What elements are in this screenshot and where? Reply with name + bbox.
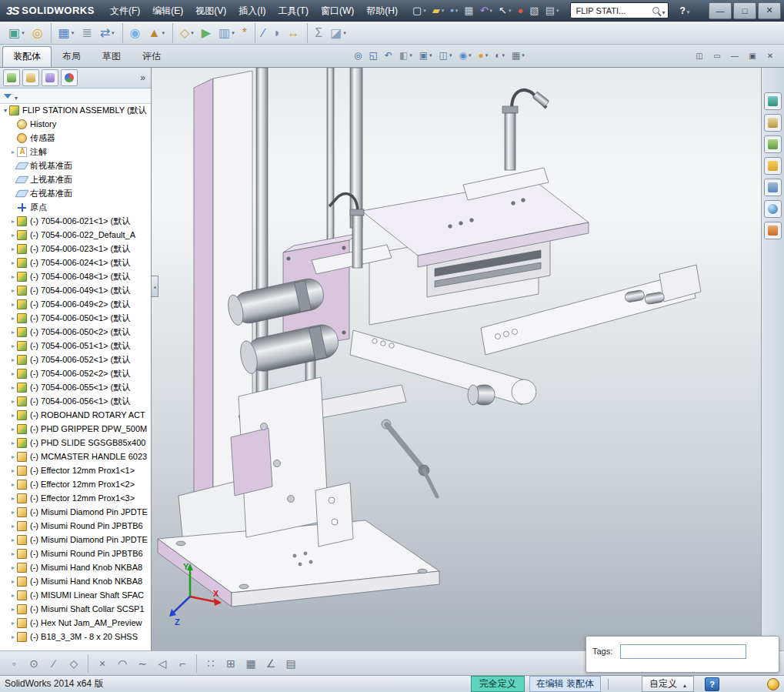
expander-icon[interactable]: ▸	[9, 578, 17, 585]
new-motion-study-button[interactable]: ▶	[198, 23, 215, 43]
assembly-features-button[interactable]: ▲	[145, 23, 168, 43]
tree-item[interactable]: ▸(-) Effector 12mm Prox1<2>	[0, 477, 151, 491]
tree-item[interactable]: ▸(-) 7054-006-050<1> (默认	[0, 311, 151, 325]
search-box[interactable]	[570, 2, 669, 18]
expander-icon[interactable]	[2, 107, 9, 114]
design-library-tab[interactable]	[764, 135, 782, 153]
tab-assembly[interactable]: 装配体	[2, 46, 52, 67]
tree-item[interactable]: ▸(-) 7054-006-052<1> (默认	[0, 353, 151, 366]
expander-icon[interactable]: ▸	[9, 481, 17, 488]
quick-tips-icon[interactable]	[767, 678, 779, 690]
tree-item[interactable]: ▸(-) 7054-006-024<1> (默认	[0, 256, 151, 269]
explode-line-sketch-button[interactable]: ∕	[255, 23, 269, 43]
mass-properties-button[interactable]: Σ	[307, 23, 326, 43]
tree-item[interactable]: ▸(-) Hex Nut Jam_AM_Preview	[0, 616, 151, 630]
tree-item[interactable]: ▸(-) 7054-006-049<2> (默认	[0, 297, 151, 311]
previous-view-button[interactable]: ↶	[382, 48, 395, 63]
tree-item[interactable]: ▸(-) 7054-006-055<1> (默认	[0, 380, 151, 394]
file-properties-button[interactable]: ▧	[527, 2, 541, 19]
tree-item[interactable]: ▸(-) 7054-006-052<2> (默认	[0, 366, 151, 380]
measure-button[interactable]: ↔	[283, 23, 303, 43]
pane-view-button[interactable]: ▭	[711, 50, 723, 61]
select-button[interactable]: ↖	[496, 2, 513, 19]
sketch-tool-point[interactable]: ◦	[5, 654, 23, 673]
tree-item[interactable]: 原点	[0, 200, 151, 214]
menu-item[interactable]: 视图(V)	[189, 0, 232, 22]
expander-icon[interactable]: ▸	[9, 259, 17, 266]
expander-icon[interactable]: ▸	[9, 343, 17, 349]
tree-item[interactable]: ▸(-) 7054-006-049<1> (默认	[0, 283, 151, 297]
sketch-tool-mirror[interactable]: ◁	[153, 654, 172, 673]
menu-item[interactable]: 文件(F)	[104, 0, 146, 22]
sketch-tool-offset[interactable]: ⌐	[173, 654, 192, 673]
tab-evaluate[interactable]: 评估	[132, 46, 172, 67]
expander-icon[interactable]: ▸	[9, 453, 17, 460]
view-settings-button[interactable]: ▦	[509, 48, 528, 63]
tree-item[interactable]: ▸(-) ROBOHAND ROTARY ACT	[0, 408, 151, 422]
options-button[interactable]: ▤	[543, 2, 562, 19]
tree-item[interactable]: ▸(-) Misumi Hand Knob NKBA8	[0, 560, 151, 574]
move-component-button[interactable]: ⇄	[96, 23, 118, 43]
expander-icon[interactable]: ▸	[9, 273, 17, 280]
rebuild-button[interactable]: ●	[515, 2, 526, 19]
expander-icon[interactable]: ▸	[9, 315, 17, 322]
view-palette-tab[interactable]	[764, 179, 782, 196]
minimize-document-button[interactable]: —	[729, 50, 741, 61]
menu-item[interactable]: 编辑(E)	[146, 0, 189, 22]
filter-dropdown-arrow[interactable]	[15, 89, 18, 103]
lower-bracket-component[interactable]	[231, 377, 406, 547]
expander-icon[interactable]: ▸	[9, 467, 17, 474]
tags-input[interactable]	[620, 644, 746, 659]
tree-item[interactable]: 传感器	[0, 131, 151, 145]
interference-detection-button[interactable]: ◑	[269, 23, 284, 43]
section-view-button[interactable]: ◧	[396, 48, 415, 63]
tree-item[interactable]: ▸(-) 7054-006-022_Default_A	[0, 228, 151, 242]
insert-components-button[interactable]: ▣	[5, 23, 28, 43]
configurationmanager-tab[interactable]	[42, 69, 58, 86]
expander-icon[interactable]: ▸	[9, 495, 17, 502]
tree-item[interactable]: ▸(-) Effector 12mm Prox1<3>	[0, 491, 151, 505]
expander-icon[interactable]: ▸	[9, 329, 17, 336]
expander-icon[interactable]: ▸	[9, 149, 17, 155]
propertymanager-tab[interactable]	[22, 69, 39, 86]
help-menu[interactable]: ?	[679, 5, 689, 16]
sketch-tool-polygon[interactable]: ◇	[65, 654, 83, 673]
tree-item[interactable]: ▸(-) Misumi Shaft Collar SCSP1	[0, 602, 151, 616]
task-pane-home-tab[interactable]	[764, 114, 782, 132]
apply-scene-button[interactable]: ◐	[492, 48, 508, 63]
sketch-tool-angle[interactable]: ∠	[262, 654, 280, 673]
restore-document-button[interactable]: ▣	[746, 50, 759, 61]
expander-icon[interactable]: ▸	[9, 523, 17, 530]
menu-item[interactable]: 帮助(H)	[360, 0, 404, 22]
zoom-fit-button[interactable]: ◎	[351, 48, 365, 63]
tree-item[interactable]: ▸(-) 7054-006-021<1> (默认	[0, 214, 151, 228]
tree-item[interactable]: ▸(-) Misumi Diamond Pin JPDTE	[0, 505, 151, 519]
sketch-tool-line[interactable]: ∕	[45, 654, 63, 673]
sketch-tool-spline[interactable]: ∼	[133, 654, 152, 673]
displaymanager-tab[interactable]	[61, 69, 78, 86]
tree-item[interactable]: ▸(-) PHD SLIDE SGSGB85x400	[0, 436, 151, 450]
sketch-tool-pattern[interactable]: ▦	[242, 654, 260, 673]
print-button[interactable]: ▦	[462, 2, 475, 19]
expander-icon[interactable]: ▸	[9, 426, 17, 433]
tree-item[interactable]: ▸(-) PHD GRIPPER DPW_500M	[0, 422, 151, 436]
expander-icon[interactable]: ▸	[9, 356, 17, 363]
panel-splitter-handle[interactable]	[152, 276, 158, 297]
expander-icon[interactable]: ▸	[9, 550, 17, 557]
expander-icon[interactable]: ▸	[9, 440, 17, 446]
save-button[interactable]: ▪	[448, 2, 460, 19]
tree-item[interactable]: ▸(-) Misumi Round Pin JPBTB6	[0, 519, 151, 533]
expander-icon[interactable]: ▸	[9, 398, 17, 405]
custom-properties-tab[interactable]	[764, 222, 782, 239]
menu-item[interactable]: 窗口(W)	[315, 0, 360, 22]
close-button[interactable]: ✕	[758, 2, 781, 19]
tree-filter-bar[interactable]	[0, 89, 151, 104]
tree-root-item[interactable]: FLIP STATION ASSEMBLY (默认	[0, 103, 151, 117]
zoom-area-button[interactable]: ◱	[365, 48, 380, 63]
expander-icon[interactable]: ▸	[9, 246, 17, 252]
menu-item[interactable]: 插入(I)	[232, 0, 272, 22]
tree-item[interactable]: ▸(-) 7054-006-051<1> (默认	[0, 339, 151, 353]
tree-item[interactable]: 右视基准面	[0, 186, 151, 200]
display-style-button[interactable]: ◫	[436, 48, 455, 63]
expander-icon[interactable]: ▸	[9, 537, 17, 543]
